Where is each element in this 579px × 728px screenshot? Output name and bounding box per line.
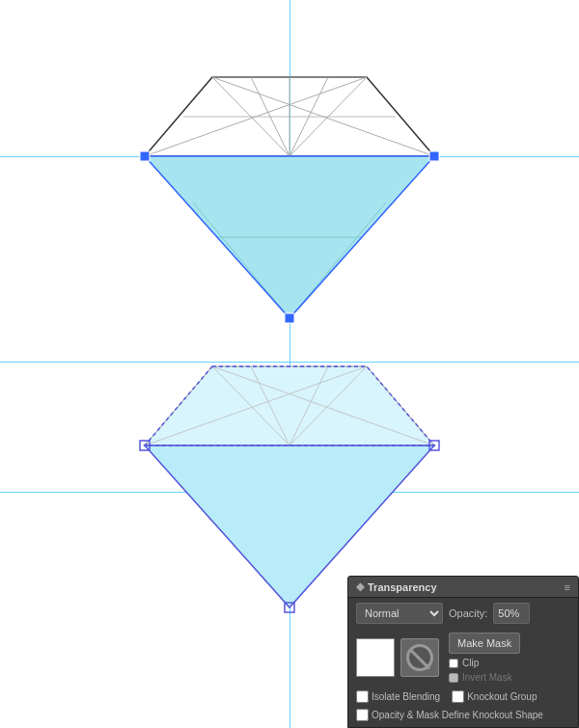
invert-mask-label: Invert Mask [462,672,512,683]
panel-isolate-knockout-row: Isolate Blending Knockout Group [348,687,578,707]
svg-rect-19 [285,313,294,323]
knockout-group-label: Knockout Group [467,691,537,702]
knockout-group-row[interactable]: Knockout Group [452,690,537,703]
no-symbol-icon [406,644,433,671]
panel-blend-opacity-row: Normal Multiply Screen Overlay Opacity: [348,598,578,629]
knockout-group-checkbox[interactable] [452,690,464,703]
isolate-blending-row[interactable]: Isolate Blending [356,690,440,703]
mask-icon [400,638,439,677]
panel-title: ◆ Transparency [356,580,437,593]
clip-checkbox-row[interactable]: Clip [449,658,520,668]
panel-opacity-mask-row: Opacity & Mask Define Knockout Shape [348,707,578,727]
blend-mode-select[interactable]: Normal Multiply Screen Overlay [356,603,443,624]
panel-mask-row: Make Mask Clip Invert Mask [348,629,578,687]
isolate-blending-checkbox[interactable] [356,690,369,703]
mask-thumbnail[interactable] [356,638,395,677]
invert-mask-checkbox[interactable] [449,673,458,683]
svg-marker-20 [145,366,434,445]
invert-mask-checkbox-row[interactable]: Invert Mask [449,672,520,683]
diamond-top[interactable] [0,0,579,366]
svg-rect-18 [429,151,439,161]
panel-header: ◆ Transparency ≡ [348,577,578,598]
clip-checkbox[interactable] [449,659,458,668]
isolate-blending-label: Isolate Blending [372,691,440,702]
svg-rect-17 [140,151,150,161]
opacity-mask-knockout-row[interactable]: Opacity & Mask Define Knockout Shape [356,709,543,721]
opacity-input[interactable] [493,603,530,624]
make-mask-button[interactable]: Make Mask [449,633,520,654]
opacity-mask-knockout-label: Opacity & Mask Define Knockout Shape [372,710,543,720]
panel-title-text: Transparency [368,581,437,593]
panel-menu-icon[interactable]: ≡ [565,581,570,593]
clip-label: Clip [462,658,479,668]
transparency-icon: ◆ [356,580,364,593]
transparency-panel: ◆ Transparency ≡ Normal Multiply Screen … [347,576,579,728]
opacity-label: Opacity: [449,607,487,619]
opacity-mask-knockout-checkbox[interactable] [356,709,369,721]
